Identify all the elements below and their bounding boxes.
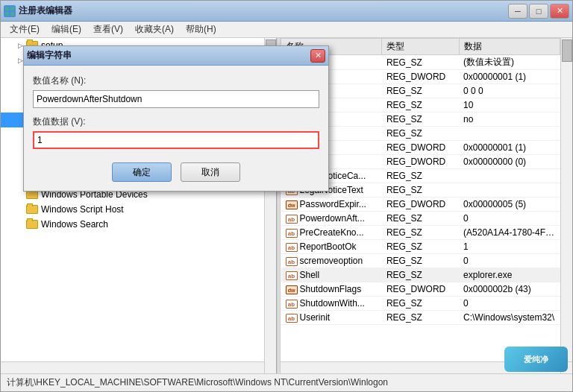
window-controls: ─ □ ✕: [508, 4, 569, 19]
dword-icon: dw: [286, 285, 298, 294]
edit-string-dialog: 编辑字符串 ✕ 数值名称 (N): 数值数据 (V): 确定 取消: [23, 45, 329, 192]
cancel-button[interactable]: 取消: [181, 162, 240, 182]
svg-rect-3: [10, 12, 14, 16]
type-cell: REG_DWORD: [382, 282, 459, 297]
data-cell: 0 0 0: [459, 84, 560, 98]
name-cell: abShutdownWith...: [281, 297, 382, 311]
tree-item[interactable]: Windows Script Host: [1, 202, 264, 217]
type-cell: REG_SZ: [382, 127, 459, 141]
col-type[interactable]: 类型: [382, 39, 459, 55]
name-cell: abUserinit: [281, 311, 382, 325]
ab-icon: ab: [286, 243, 298, 252]
menu-file[interactable]: 文件(E): [4, 22, 46, 37]
ok-button[interactable]: 确定: [112, 162, 172, 182]
data-cell: 0x0000002b (43): [459, 282, 560, 297]
table-row[interactable]: dwPasswordExpir...REG_DWORD0x00000005 (5…: [281, 197, 560, 212]
dword-icon: dw: [286, 200, 298, 209]
maximize-button[interactable]: □: [529, 4, 548, 19]
dialog-title: 编辑字符串: [27, 49, 310, 62]
data-cell: C:\Windows\system32\: [459, 311, 560, 325]
type-cell: REG_SZ: [382, 311, 459, 325]
tree-arrow: [16, 205, 25, 214]
type-cell: REG_SZ: [382, 254, 459, 268]
name-cell: dwPasswordExpir...: [281, 197, 382, 212]
data-cell: 0x00000000 (0): [459, 155, 560, 169]
data-cell: 0x00000005 (5): [459, 197, 560, 212]
tree-arrow: [16, 220, 25, 229]
data-cell: 1: [459, 240, 560, 254]
name-cell: abscremoveoption: [281, 254, 382, 268]
type-cell: REG_DWORD: [382, 197, 459, 212]
right-scroll-thumb[interactable]: [562, 39, 572, 62]
menu-help[interactable]: 帮助(H): [180, 22, 222, 37]
tree-item-label: Windows Search: [41, 219, 108, 230]
name-cell: abPreCreateKno...: [281, 226, 382, 240]
menu-favorites[interactable]: 收藏夹(A): [129, 22, 180, 37]
type-cell: REG_SZ: [382, 84, 459, 98]
type-cell: REG_SZ: [382, 169, 459, 183]
dialog-title-bar: 编辑字符串 ✕: [24, 46, 328, 66]
name-cell: abShell: [281, 268, 382, 282]
minimize-button[interactable]: ─: [508, 4, 527, 19]
table-row[interactable]: abPowerdownAft...REG_SZ0: [281, 212, 560, 226]
ab-icon: ab: [286, 215, 298, 224]
dialog-body: 数值名称 (N): 数值数据 (V): 确定 取消: [24, 66, 328, 191]
ab-icon: ab: [286, 229, 298, 238]
menu-edit[interactable]: 编辑(E): [46, 22, 87, 37]
title-bar: 注册表编辑器 ─ □ ✕: [1, 1, 572, 22]
type-cell: REG_DWORD: [382, 70, 459, 84]
type-cell: REG_SZ: [382, 240, 459, 254]
type-cell: REG_SZ: [382, 268, 459, 282]
table-row[interactable]: dwShutdownFlagsREG_DWORD0x0000002b (43): [281, 282, 560, 297]
data-cell: 0x00000001 (1): [459, 141, 560, 155]
data-cell: (数值未设置): [459, 55, 560, 70]
svg-rect-0: [5, 7, 9, 10]
ab-icon: ab: [286, 257, 298, 266]
folder-icon: [26, 205, 38, 214]
col-data[interactable]: 数据: [459, 39, 560, 55]
data-input[interactable]: [33, 131, 319, 149]
data-cell: explorer.exe: [459, 268, 560, 282]
ab-icon: ab: [286, 314, 298, 323]
close-button[interactable]: ✕: [550, 4, 569, 19]
type-cell: REG_SZ: [382, 297, 459, 311]
scroll-corner: [560, 361, 572, 373]
svg-rect-1: [10, 7, 14, 10]
type-cell: REG_DWORD: [382, 155, 459, 169]
dialog-close-button[interactable]: ✕: [310, 49, 325, 63]
ab-icon: ab: [286, 271, 298, 280]
type-cell: REG_SZ: [382, 113, 459, 127]
data-cell: no: [459, 113, 560, 127]
data-cell: [459, 183, 560, 197]
ab-icon: ab: [286, 300, 298, 309]
tree-horizontal-scrollbar[interactable]: [1, 361, 264, 373]
type-cell: REG_SZ: [382, 226, 459, 240]
tree-item-label: Windows Script Host: [41, 204, 124, 215]
table-row[interactable]: abPreCreateKno...REG_SZ(A520A1A4-1780-4F…: [281, 226, 560, 240]
type-cell: REG_SZ: [382, 183, 459, 197]
data-cell: 0: [459, 212, 560, 226]
name-cell: abReportBootOk: [281, 240, 382, 254]
right-horizontal-scrollbar[interactable]: [281, 361, 560, 373]
app-icon: [4, 5, 16, 17]
type-cell: REG_SZ: [382, 55, 459, 70]
status-text: 计算机\HKEY_LOCAL_MACHINE\SOFTWARE\Microsof…: [7, 376, 388, 389]
data-cell: 0x00000001 (1): [459, 70, 560, 84]
table-row[interactable]: abUserinitREG_SZC:\Windows\system32\: [281, 311, 560, 325]
table-row[interactable]: abShutdownWith...REG_SZ0: [281, 297, 560, 311]
folder-icon: [26, 220, 38, 229]
data-label: 数值数据 (V):: [33, 116, 319, 128]
type-cell: REG_SZ: [382, 212, 459, 226]
table-row[interactable]: abReportBootOkREG_SZ1: [281, 240, 560, 254]
status-bar: 计算机\HKEY_LOCAL_MACHINE\SOFTWARE\Microsof…: [1, 373, 572, 391]
table-row[interactable]: abscremoveoptionREG_SZ0: [281, 254, 560, 268]
menu-view[interactable]: 查看(V): [87, 22, 129, 37]
name-input[interactable]: [33, 90, 319, 108]
data-cell: 0: [459, 254, 560, 268]
data-cell: [459, 169, 560, 183]
type-cell: REG_DWORD: [382, 141, 459, 155]
right-scrollbar[interactable]: [560, 38, 572, 361]
tree-item[interactable]: Windows Search: [1, 217, 264, 232]
table-row[interactable]: abShellREG_SZexplorer.exe: [281, 268, 560, 282]
name-cell: abPowerdownAft...: [281, 212, 382, 226]
